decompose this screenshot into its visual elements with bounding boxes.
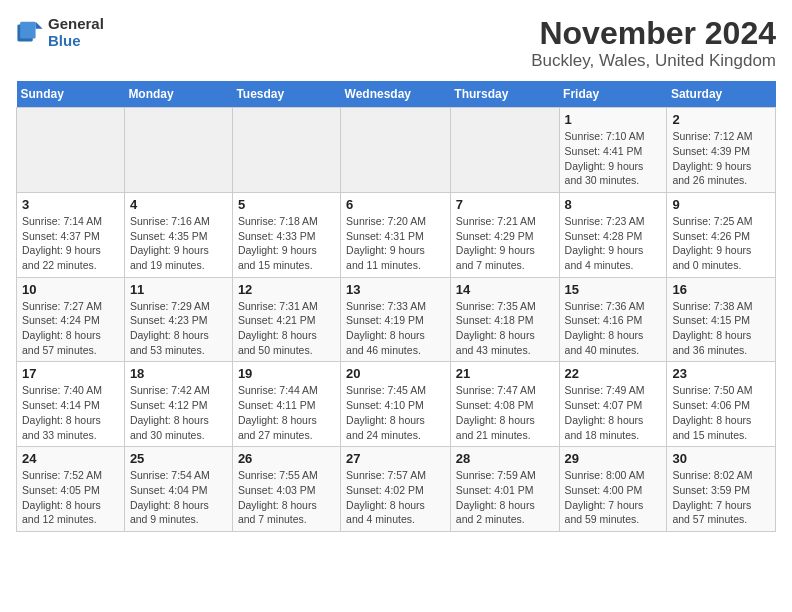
day-info: Sunrise: 7:33 AM Sunset: 4:19 PM Dayligh… bbox=[346, 299, 445, 358]
weekday-header: Saturday bbox=[667, 81, 776, 108]
day-number: 7 bbox=[456, 197, 554, 212]
calendar-week-row: 17Sunrise: 7:40 AM Sunset: 4:14 PM Dayli… bbox=[17, 362, 776, 447]
day-info: Sunrise: 7:45 AM Sunset: 4:10 PM Dayligh… bbox=[346, 383, 445, 442]
day-number: 29 bbox=[565, 451, 662, 466]
weekday-header: Thursday bbox=[450, 81, 559, 108]
calendar-cell: 12Sunrise: 7:31 AM Sunset: 4:21 PM Dayli… bbox=[232, 277, 340, 362]
day-number: 20 bbox=[346, 366, 445, 381]
day-info: Sunrise: 7:10 AM Sunset: 4:41 PM Dayligh… bbox=[565, 129, 662, 188]
calendar-week-row: 1Sunrise: 7:10 AM Sunset: 4:41 PM Daylig… bbox=[17, 108, 776, 193]
calendar-cell: 26Sunrise: 7:55 AM Sunset: 4:03 PM Dayli… bbox=[232, 447, 340, 532]
day-info: Sunrise: 7:23 AM Sunset: 4:28 PM Dayligh… bbox=[565, 214, 662, 273]
logo-text: General Blue bbox=[48, 16, 104, 49]
weekday-header: Sunday bbox=[17, 81, 125, 108]
day-number: 28 bbox=[456, 451, 554, 466]
calendar-cell bbox=[450, 108, 559, 193]
calendar-cell: 4Sunrise: 7:16 AM Sunset: 4:35 PM Daylig… bbox=[124, 192, 232, 277]
day-number: 30 bbox=[672, 451, 770, 466]
day-info: Sunrise: 7:12 AM Sunset: 4:39 PM Dayligh… bbox=[672, 129, 770, 188]
day-number: 18 bbox=[130, 366, 227, 381]
weekday-header: Tuesday bbox=[232, 81, 340, 108]
day-number: 22 bbox=[565, 366, 662, 381]
day-info: Sunrise: 7:27 AM Sunset: 4:24 PM Dayligh… bbox=[22, 299, 119, 358]
calendar-cell: 29Sunrise: 8:00 AM Sunset: 4:00 PM Dayli… bbox=[559, 447, 667, 532]
calendar-cell: 10Sunrise: 7:27 AM Sunset: 4:24 PM Dayli… bbox=[17, 277, 125, 362]
day-info: Sunrise: 7:44 AM Sunset: 4:11 PM Dayligh… bbox=[238, 383, 335, 442]
day-info: Sunrise: 7:38 AM Sunset: 4:15 PM Dayligh… bbox=[672, 299, 770, 358]
calendar-cell bbox=[17, 108, 125, 193]
day-number: 14 bbox=[456, 282, 554, 297]
day-info: Sunrise: 7:59 AM Sunset: 4:01 PM Dayligh… bbox=[456, 468, 554, 527]
day-info: Sunrise: 7:29 AM Sunset: 4:23 PM Dayligh… bbox=[130, 299, 227, 358]
calendar-cell: 2Sunrise: 7:12 AM Sunset: 4:39 PM Daylig… bbox=[667, 108, 776, 193]
day-number: 26 bbox=[238, 451, 335, 466]
calendar-cell: 21Sunrise: 7:47 AM Sunset: 4:08 PM Dayli… bbox=[450, 362, 559, 447]
day-info: Sunrise: 7:31 AM Sunset: 4:21 PM Dayligh… bbox=[238, 299, 335, 358]
calendar-cell: 16Sunrise: 7:38 AM Sunset: 4:15 PM Dayli… bbox=[667, 277, 776, 362]
day-info: Sunrise: 7:21 AM Sunset: 4:29 PM Dayligh… bbox=[456, 214, 554, 273]
day-number: 3 bbox=[22, 197, 119, 212]
logo-general-text: General bbox=[48, 16, 104, 33]
day-number: 13 bbox=[346, 282, 445, 297]
calendar-cell: 18Sunrise: 7:42 AM Sunset: 4:12 PM Dayli… bbox=[124, 362, 232, 447]
day-info: Sunrise: 7:55 AM Sunset: 4:03 PM Dayligh… bbox=[238, 468, 335, 527]
day-number: 15 bbox=[565, 282, 662, 297]
day-number: 16 bbox=[672, 282, 770, 297]
day-info: Sunrise: 7:16 AM Sunset: 4:35 PM Dayligh… bbox=[130, 214, 227, 273]
calendar-subtitle: Buckley, Wales, United Kingdom bbox=[531, 51, 776, 71]
svg-rect-1 bbox=[20, 21, 35, 38]
calendar-week-row: 24Sunrise: 7:52 AM Sunset: 4:05 PM Dayli… bbox=[17, 447, 776, 532]
svg-marker-2 bbox=[36, 21, 43, 28]
calendar-cell: 24Sunrise: 7:52 AM Sunset: 4:05 PM Dayli… bbox=[17, 447, 125, 532]
calendar-cell bbox=[232, 108, 340, 193]
day-info: Sunrise: 7:54 AM Sunset: 4:04 PM Dayligh… bbox=[130, 468, 227, 527]
calendar-cell: 7Sunrise: 7:21 AM Sunset: 4:29 PM Daylig… bbox=[450, 192, 559, 277]
calendar-cell: 3Sunrise: 7:14 AM Sunset: 4:37 PM Daylig… bbox=[17, 192, 125, 277]
day-info: Sunrise: 7:25 AM Sunset: 4:26 PM Dayligh… bbox=[672, 214, 770, 273]
calendar-cell: 27Sunrise: 7:57 AM Sunset: 4:02 PM Dayli… bbox=[341, 447, 451, 532]
day-info: Sunrise: 7:49 AM Sunset: 4:07 PM Dayligh… bbox=[565, 383, 662, 442]
day-info: Sunrise: 7:20 AM Sunset: 4:31 PM Dayligh… bbox=[346, 214, 445, 273]
day-number: 17 bbox=[22, 366, 119, 381]
calendar-header-row: SundayMondayTuesdayWednesdayThursdayFrid… bbox=[17, 81, 776, 108]
calendar-cell: 11Sunrise: 7:29 AM Sunset: 4:23 PM Dayli… bbox=[124, 277, 232, 362]
day-number: 6 bbox=[346, 197, 445, 212]
day-info: Sunrise: 7:18 AM Sunset: 4:33 PM Dayligh… bbox=[238, 214, 335, 273]
day-number: 19 bbox=[238, 366, 335, 381]
calendar-week-row: 3Sunrise: 7:14 AM Sunset: 4:37 PM Daylig… bbox=[17, 192, 776, 277]
calendar-cell: 1Sunrise: 7:10 AM Sunset: 4:41 PM Daylig… bbox=[559, 108, 667, 193]
day-info: Sunrise: 7:40 AM Sunset: 4:14 PM Dayligh… bbox=[22, 383, 119, 442]
day-info: Sunrise: 7:57 AM Sunset: 4:02 PM Dayligh… bbox=[346, 468, 445, 527]
calendar-cell: 14Sunrise: 7:35 AM Sunset: 4:18 PM Dayli… bbox=[450, 277, 559, 362]
weekday-header: Wednesday bbox=[341, 81, 451, 108]
day-info: Sunrise: 7:35 AM Sunset: 4:18 PM Dayligh… bbox=[456, 299, 554, 358]
calendar-cell: 19Sunrise: 7:44 AM Sunset: 4:11 PM Dayli… bbox=[232, 362, 340, 447]
day-number: 5 bbox=[238, 197, 335, 212]
day-number: 12 bbox=[238, 282, 335, 297]
logo-blue-text: Blue bbox=[48, 33, 104, 50]
calendar-cell: 5Sunrise: 7:18 AM Sunset: 4:33 PM Daylig… bbox=[232, 192, 340, 277]
calendar-cell: 9Sunrise: 7:25 AM Sunset: 4:26 PM Daylig… bbox=[667, 192, 776, 277]
day-number: 8 bbox=[565, 197, 662, 212]
calendar-cell: 23Sunrise: 7:50 AM Sunset: 4:06 PM Dayli… bbox=[667, 362, 776, 447]
day-number: 10 bbox=[22, 282, 119, 297]
day-number: 1 bbox=[565, 112, 662, 127]
logo: General Blue bbox=[16, 16, 104, 49]
day-number: 24 bbox=[22, 451, 119, 466]
day-number: 4 bbox=[130, 197, 227, 212]
calendar-cell: 25Sunrise: 7:54 AM Sunset: 4:04 PM Dayli… bbox=[124, 447, 232, 532]
calendar-cell: 17Sunrise: 7:40 AM Sunset: 4:14 PM Dayli… bbox=[17, 362, 125, 447]
calendar-cell: 8Sunrise: 7:23 AM Sunset: 4:28 PM Daylig… bbox=[559, 192, 667, 277]
day-number: 27 bbox=[346, 451, 445, 466]
calendar-cell: 30Sunrise: 8:02 AM Sunset: 3:59 PM Dayli… bbox=[667, 447, 776, 532]
day-info: Sunrise: 7:50 AM Sunset: 4:06 PM Dayligh… bbox=[672, 383, 770, 442]
day-number: 9 bbox=[672, 197, 770, 212]
day-number: 25 bbox=[130, 451, 227, 466]
day-info: Sunrise: 7:42 AM Sunset: 4:12 PM Dayligh… bbox=[130, 383, 227, 442]
day-number: 23 bbox=[672, 366, 770, 381]
page-header: General Blue November 2024 Buckley, Wale… bbox=[16, 16, 776, 71]
day-info: Sunrise: 7:52 AM Sunset: 4:05 PM Dayligh… bbox=[22, 468, 119, 527]
day-info: Sunrise: 7:47 AM Sunset: 4:08 PM Dayligh… bbox=[456, 383, 554, 442]
calendar-cell bbox=[341, 108, 451, 193]
calendar-cell: 6Sunrise: 7:20 AM Sunset: 4:31 PM Daylig… bbox=[341, 192, 451, 277]
